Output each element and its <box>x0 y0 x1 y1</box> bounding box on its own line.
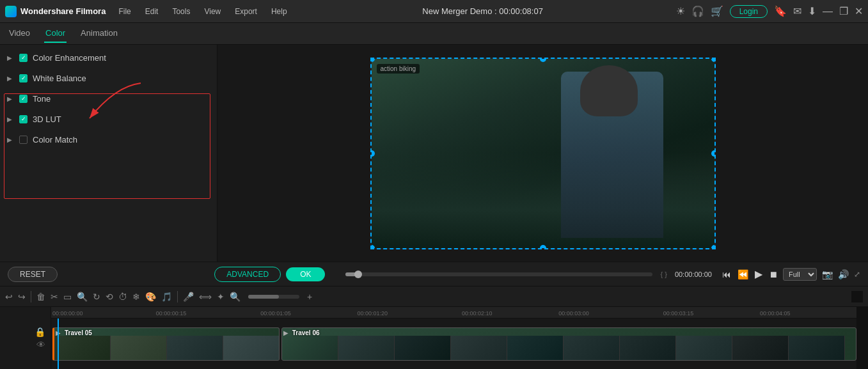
handle-mb[interactable] <box>540 245 546 249</box>
thumb-1-3 <box>167 336 223 360</box>
handle-bl[interactable] <box>370 245 375 249</box>
tab-animation[interactable]: Animation <box>79 24 119 43</box>
label-color-match: Color Match <box>33 135 77 145</box>
login-button[interactable]: Login <box>730 5 768 18</box>
tl-divider-1 <box>31 291 31 302</box>
bookmark-icon[interactable]: 🔖 <box>774 5 787 17</box>
section-color-enhancement[interactable]: ▶ Color Enhancement <box>0 47 217 68</box>
mail-icon[interactable]: ✉ <box>793 5 801 17</box>
ruler-mark-5: 00:00:03:00 <box>558 310 589 317</box>
checkbox-white-balance[interactable] <box>19 74 28 82</box>
ruler-mark-6: 00:00:03:15 <box>663 310 694 317</box>
tl-rotate-icon[interactable]: ↻ <box>93 292 100 302</box>
section-tone[interactable]: ▶ Tone <box>0 88 217 109</box>
tl-audio-icon[interactable]: 🎵 <box>161 292 172 302</box>
handle-br[interactable] <box>711 245 716 249</box>
sound-icon[interactable]: 🔊 <box>838 269 849 279</box>
playback-controls: { } 00:00:00:00 <box>345 271 712 278</box>
tl-cut-icon[interactable]: ✂ <box>51 292 58 302</box>
tab-color[interactable]: Color <box>44 24 67 43</box>
sun-icon[interactable]: ☀ <box>676 5 685 17</box>
handle-mr[interactable] <box>711 150 716 157</box>
tl-undo-icon[interactable]: ↩ <box>5 292 13 302</box>
stop-button[interactable]: ⏹ <box>769 269 778 279</box>
cart-icon[interactable]: 🛒 <box>711 5 723 17</box>
gutter-lock-icon[interactable]: 🔒 <box>35 327 45 337</box>
main-area: ▶ Color Enhancement ▶ White Balance ▶ To… <box>0 45 868 262</box>
clip-travel06[interactable]: ▶ Travel 06 <box>281 327 856 361</box>
tl-voiceover-icon[interactable]: 🎤 <box>183 292 194 302</box>
checkbox-tone[interactable] <box>19 95 28 103</box>
playhead <box>58 318 59 369</box>
clip-label-1: Travel 05 <box>65 329 92 336</box>
right-panel: action biking <box>217 45 868 262</box>
video-frame: action biking <box>372 59 714 248</box>
label-tone: Tone <box>33 94 51 104</box>
handle-tl[interactable] <box>370 58 375 62</box>
handle-tr[interactable] <box>711 58 716 62</box>
fullscreen-icon[interactable]: ⤢ <box>854 270 860 279</box>
clip-travel05[interactable]: ▶ Travel 05 <box>52 327 280 361</box>
tl-zoom-slider[interactable] <box>248 295 299 299</box>
clip-play-icon-2: ▶ <box>283 329 288 336</box>
ok-button[interactable]: OK <box>286 267 325 281</box>
play-button[interactable]: ▶ <box>755 268 762 280</box>
checkbox-color-match[interactable] <box>19 136 28 144</box>
menu-help[interactable]: Help <box>269 6 290 17</box>
progress-bar[interactable] <box>345 272 652 276</box>
timeline-gutter: 🔒 👁 <box>0 307 51 369</box>
video-preview: action biking <box>370 58 716 249</box>
checkbox-color-enhancement[interactable] <box>19 54 28 62</box>
topbar-right: ☀ 🎧 🛒 Login 🔖 ✉ ⬇ — ❐ ✕ <box>676 5 863 18</box>
tl-reverse-icon[interactable]: ⟲ <box>106 292 113 302</box>
thumb-1-2 <box>111 336 167 360</box>
thumb-1-1 <box>54 336 111 360</box>
timeline-toolbar: ↩ ↪ 🗑 ✂ ▭ 🔍 ↻ ⟲ ⏱ ❄ 🎨 🎵 🎤 ⟺ ✦ 🔍 + <box>0 287 868 307</box>
tl-effects-icon[interactable]: ✦ <box>217 292 225 302</box>
timeline-track-area: 🔒 👁 00:00:00:00 00:00:00:15 00:00:01:05 … <box>0 307 868 369</box>
menu-edit[interactable]: Edit <box>143 6 161 17</box>
tl-redo-icon[interactable]: ↪ <box>18 292 26 302</box>
section-3d-lut[interactable]: ▶ 3D LUT <box>0 109 217 129</box>
step-back-button[interactable]: ⏮ <box>722 269 731 279</box>
tl-freeze-icon[interactable]: ❄ <box>132 292 140 302</box>
reset-button[interactable]: RESET <box>8 267 58 282</box>
project-title: New Merger Demo : 00:00:08:07 <box>295 6 671 16</box>
tl-divider-2 <box>177 291 178 302</box>
tl-speed-icon[interactable]: ⏱ <box>118 292 127 302</box>
section-color-match[interactable]: ▶ Color Match <box>0 129 217 150</box>
minimize-icon[interactable]: — <box>823 6 833 17</box>
tl-delete-icon[interactable]: 🗑 <box>36 292 45 302</box>
tl-right-panel <box>851 291 863 302</box>
tl-crop-icon[interactable]: ▭ <box>63 292 72 302</box>
thumb-2-10 <box>789 336 845 360</box>
thumb-2-5 <box>507 336 564 360</box>
tl-zoom-plus[interactable]: + <box>307 292 312 302</box>
rewind-button[interactable]: ⏪ <box>738 269 748 279</box>
gutter-eye-icon[interactable]: 👁 <box>36 340 45 350</box>
zoom-select[interactable]: Full 50% 75% <box>783 268 817 281</box>
menu-tools[interactable]: Tools <box>170 6 193 17</box>
download-icon[interactable]: ⬇ <box>808 5 816 17</box>
menu-view[interactable]: View <box>201 6 223 17</box>
tl-color-icon[interactable]: 🎨 <box>145 292 156 302</box>
tl-transition-icon[interactable]: ⟺ <box>199 292 212 302</box>
timeline: ↩ ↪ 🗑 ✂ ▭ 🔍 ↻ ⟲ ⏱ ❄ 🎨 🎵 🎤 ⟺ ✦ 🔍 + 🔒 👁 <box>0 286 868 369</box>
tab-video[interactable]: Video <box>8 24 31 43</box>
chevron-white-balance: ▶ <box>5 75 14 82</box>
restore-icon[interactable]: ❐ <box>839 5 848 17</box>
thumb-2-8 <box>676 336 732 360</box>
screenshot-icon[interactable]: 📷 <box>822 269 833 279</box>
menu-file[interactable]: File <box>116 6 133 17</box>
section-white-balance[interactable]: ▶ White Balance <box>0 68 217 88</box>
close-icon[interactable]: ✕ <box>855 5 863 17</box>
thumb-1-4 <box>223 336 279 360</box>
advanced-button[interactable]: ADVANCED <box>214 267 281 282</box>
filmora-badge: action biking <box>377 64 420 74</box>
tl-zoom-icon[interactable]: 🔍 <box>77 292 88 302</box>
checkbox-3d-lut[interactable] <box>19 115 28 123</box>
thumb-2-9 <box>732 336 789 360</box>
menu-export[interactable]: Export <box>232 6 260 17</box>
headset-icon[interactable]: 🎧 <box>691 5 704 17</box>
tl-zoom-minus[interactable]: 🔍 <box>230 292 241 302</box>
